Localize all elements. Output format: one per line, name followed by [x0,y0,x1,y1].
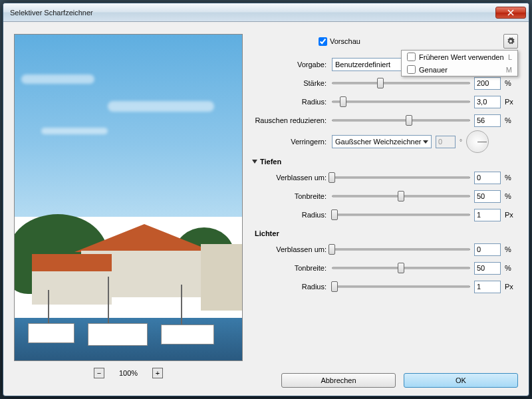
strength-input[interactable] [474,77,501,90]
preview-checkbox-label: Vorschau [330,37,360,45]
zoom-percent: 100% [119,369,138,377]
angle-input [436,136,456,148]
highlights-radius-label: Radius: [252,283,328,291]
shadows-fade-input[interactable] [474,172,501,184]
highlights-tone-slider[interactable] [332,262,470,274]
cancel-button[interactable]: Abbrechen [281,373,396,388]
angle-dial[interactable] [466,130,489,153]
shadows-fade-slider[interactable] [332,172,470,184]
highlights-radius-slider[interactable] [332,281,470,293]
shadows-tone-slider[interactable] [332,190,470,202]
preset-select[interactable]: Benutzerdefiniert [332,58,405,71]
preset-label: Vorgabe: [252,61,328,68]
radius-label: Radius: [252,98,328,106]
strength-label: Stärke: [252,79,328,87]
gear-popup-menu: Früheren Wert verwenden L Genauer M [401,50,518,76]
shadows-radius-label: Radius: [252,211,328,219]
titlebar[interactable]: Selektiver Scharfzeichner [3,3,529,22]
dialog-window: Selektiver Scharfzeichner [3,3,529,396]
highlights-fade-slider[interactable] [332,243,470,255]
preview-checkbox[interactable] [319,37,327,46]
reduce-method-select[interactable]: Gaußscher Weichzeichner [332,135,432,148]
highlights-section-header: Lichter [255,229,518,237]
reduce-label: Verringern: [252,138,328,146]
shadows-tone-label: Tonbreite: [252,192,328,200]
zoom-out-button[interactable]: − [94,368,104,378]
ok-button[interactable]: OK [404,373,518,388]
highlights-radius-input[interactable] [474,281,501,293]
menu-checkbox-accurate[interactable] [407,65,416,74]
menu-checkbox-previous[interactable] [407,53,416,61]
noise-slider[interactable] [332,114,470,126]
shadows-radius-input[interactable] [474,209,501,221]
settings-gear-button[interactable] [503,34,518,49]
shadows-tone-input[interactable] [474,190,501,203]
shadows-radius-slider[interactable] [332,209,470,221]
menu-item-accurate[interactable]: Genauer M [402,63,517,76]
highlights-fade-label: Verblassen um: [252,245,328,253]
noise-label: Rauschen reduzieren: [252,116,328,124]
noise-input[interactable] [474,114,501,127]
close-button[interactable] [495,7,526,19]
radius-input[interactable] [474,96,501,108]
highlights-tone-input[interactable] [474,262,501,275]
close-icon [507,9,514,16]
menu-item-previous-value[interactable]: Früheren Wert verwenden L [402,51,517,63]
preview-checkbox-row[interactable]: Vorschau [319,37,360,46]
chevron-down-icon [423,140,428,144]
highlights-fade-input[interactable] [474,243,501,256]
strength-slider[interactable] [332,77,470,89]
degree-symbol: ° [460,138,462,146]
shadows-section-header[interactable]: Tiefen [252,158,518,166]
zoom-in-button[interactable]: + [152,368,163,378]
preview-image[interactable] [14,34,243,361]
minus-icon: − [97,370,101,377]
highlights-tone-label: Tonbreite: [252,264,328,272]
triangle-down-icon [252,160,257,164]
window-title: Selektiver Scharfzeichner [10,9,495,17]
plus-icon: + [156,370,160,377]
shadows-fade-label: Verblassen um: [252,174,328,182]
gear-icon [507,37,515,45]
radius-slider[interactable] [332,96,470,108]
